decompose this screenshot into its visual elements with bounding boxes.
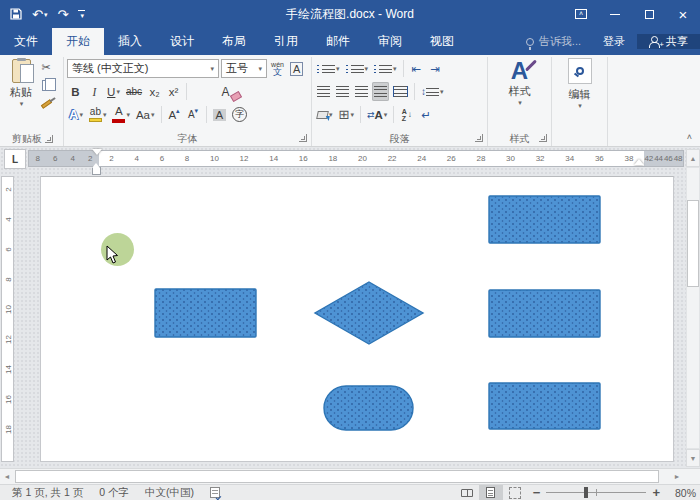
asian-layout-button[interactable]: ⇄A▾ — [365, 105, 389, 124]
styles-dialog-launcher[interactable] — [539, 134, 547, 142]
ribbon-tab[interactable]: 视图 — [416, 28, 468, 55]
styles-button[interactable]: A 样式 ▾ — [501, 58, 539, 131]
horizontal-ruler[interactable]: 8642 2468101214161820222426283032343638 … — [28, 150, 684, 167]
redo-button[interactable]: ↷ — [57, 8, 68, 21]
ribbon-tab[interactable]: 开始 — [52, 28, 104, 55]
underline-button[interactable]: U▾ — [105, 82, 122, 101]
zoom-control: − + — [527, 485, 666, 500]
document-page[interactable] — [40, 176, 674, 462]
zoom-out-button[interactable]: − — [533, 485, 541, 500]
zoom-slider[interactable] — [546, 487, 646, 498]
bullets-button[interactable]: ▾ — [315, 59, 342, 78]
collapse-ribbon-button[interactable]: ˄ — [687, 132, 692, 142]
text-effects-button[interactable]: A▾ — [67, 105, 85, 124]
paste-button[interactable]: 粘贴 ▾ — [5, 58, 37, 131]
print-layout-button[interactable] — [479, 485, 503, 500]
italic-button[interactable]: I — [86, 82, 103, 101]
line-spacing-button[interactable]: ↕▾ — [419, 82, 446, 101]
page-info[interactable]: 第 1 页, 共 1 页 — [4, 486, 91, 500]
read-mode-button[interactable] — [455, 485, 479, 500]
align-center-button[interactable] — [334, 82, 351, 101]
scroll-down-button[interactable]: ▼ — [686, 449, 700, 467]
ribbon-tab[interactable]: 审阅 — [364, 28, 416, 55]
left-indent-marker[interactable] — [92, 167, 101, 175]
scroll-right-button[interactable]: ► — [670, 469, 684, 484]
shrink-font-button[interactable]: A▾ — [185, 105, 202, 124]
font-color-button[interactable]: A▾ — [110, 105, 132, 124]
grow-font-button[interactable]: A▴ — [166, 105, 183, 124]
hruler-left: 8642 — [29, 151, 99, 166]
scroll-left-button[interactable]: ◄ — [0, 469, 14, 484]
cut-button[interactable]: ✂ — [37, 60, 55, 75]
change-case-button[interactable]: Aa▾ — [134, 105, 157, 124]
bold-button[interactable]: B — [67, 82, 84, 101]
ruler-number: 30 — [506, 154, 515, 163]
show-marks-button[interactable]: ↵ — [417, 105, 434, 124]
phonetic-guide-button[interactable]: wén文 — [269, 59, 286, 78]
font-dialog-launcher[interactable] — [299, 134, 307, 142]
horizontal-scrollbar-thumb[interactable] — [15, 470, 659, 483]
save-icon[interactable] — [10, 8, 22, 20]
subscript-button[interactable]: x₂ — [146, 82, 163, 101]
ribbon-tab[interactable]: 布局 — [208, 28, 260, 55]
highlight-color-button[interactable]: ab▾ — [87, 105, 109, 124]
horizontal-scrollbar[interactable]: ◄ ► — [0, 468, 700, 484]
justify-button[interactable] — [372, 82, 389, 101]
sign-in-button[interactable]: 登录 — [591, 34, 637, 49]
tab-file[interactable]: 文件 — [0, 28, 52, 55]
align-right-button[interactable] — [353, 82, 370, 101]
font-name-combo[interactable]: 等线 (中文正文)▾ — [67, 59, 219, 78]
proofing-status[interactable] — [202, 487, 228, 498]
word-count[interactable]: 0 个字 — [91, 486, 137, 500]
strikethrough-button[interactable]: abc — [124, 82, 144, 101]
distribute-button[interactable] — [391, 82, 410, 101]
numbering-button[interactable]: ▾ — [344, 59, 371, 78]
paragraph-dialog-launcher[interactable] — [475, 134, 483, 142]
character-shading-button[interactable]: A — [211, 105, 229, 124]
first-line-indent-marker[interactable] — [92, 149, 102, 155]
arrow-right-icon: ► — [674, 473, 681, 480]
scroll-up-button[interactable]: ▲ — [686, 149, 700, 167]
enclose-characters-button[interactable]: 字 — [230, 105, 249, 124]
ribbon-tab[interactable]: 插入 — [104, 28, 156, 55]
styles-group: A 样式 ▾ 样式 — [488, 57, 552, 146]
shading-button[interactable]: ▾ — [315, 105, 335, 124]
undo-button[interactable]: ↶▾ — [32, 8, 47, 21]
maximize-button[interactable] — [632, 0, 666, 28]
superscript-button[interactable]: x² — [165, 82, 182, 101]
increase-indent-button[interactable]: ⇥ — [427, 59, 444, 78]
redo-icon: ↷ — [57, 8, 68, 21]
customize-toolbar-button[interactable]: ▾ — [78, 10, 85, 19]
ribbon-display-options-button[interactable]: ˄ — [564, 0, 598, 28]
ribbon-tab[interactable]: 设计 — [156, 28, 208, 55]
v-ruler[interactable]: 24681012141618 — [1, 176, 14, 462]
styles-group-label: 样式 — [510, 132, 530, 146]
ruler-number: 8 — [36, 154, 40, 163]
clipboard-dialog-launcher[interactable] — [45, 135, 53, 143]
font-size-combo[interactable]: 五号▾ — [221, 59, 267, 78]
zoom-level[interactable]: 80% — [666, 487, 696, 499]
align-left-button[interactable] — [315, 82, 332, 101]
sort-button[interactable]: AZ↓ — [398, 105, 415, 124]
vertical-scrollbar-thumb[interactable] — [687, 200, 699, 287]
clear-formatting-button[interactable]: A — [217, 82, 234, 101]
tab-stop-selector[interactable]: L — [4, 149, 26, 169]
ribbon-tab[interactable]: 引用 — [260, 28, 312, 55]
web-layout-button[interactable] — [503, 485, 527, 500]
share-button[interactable]: +共享 — [637, 34, 700, 49]
zoom-in-button[interactable]: + — [652, 485, 660, 500]
ribbon-tab[interactable]: 邮件 — [312, 28, 364, 55]
format-painter-button[interactable] — [37, 96, 55, 111]
tell-me-button[interactable]: 告诉我... — [516, 34, 591, 49]
right-indent-marker[interactable] — [634, 159, 644, 165]
decrease-indent-button[interactable]: ⇤ — [408, 59, 425, 78]
minimize-button[interactable] — [598, 0, 632, 28]
copy-button[interactable] — [37, 78, 55, 93]
language-status[interactable]: 中文(中国) — [137, 486, 202, 500]
character-border-button[interactable]: A — [288, 59, 305, 78]
multilevel-list-button[interactable]: ▾ — [372, 59, 399, 78]
close-button[interactable]: × — [666, 0, 700, 28]
zoom-slider-thumb[interactable] — [584, 487, 588, 498]
editing-button[interactable]: 编辑 ▾ — [560, 58, 600, 146]
borders-button[interactable]: ⊞▾ — [337, 105, 356, 124]
